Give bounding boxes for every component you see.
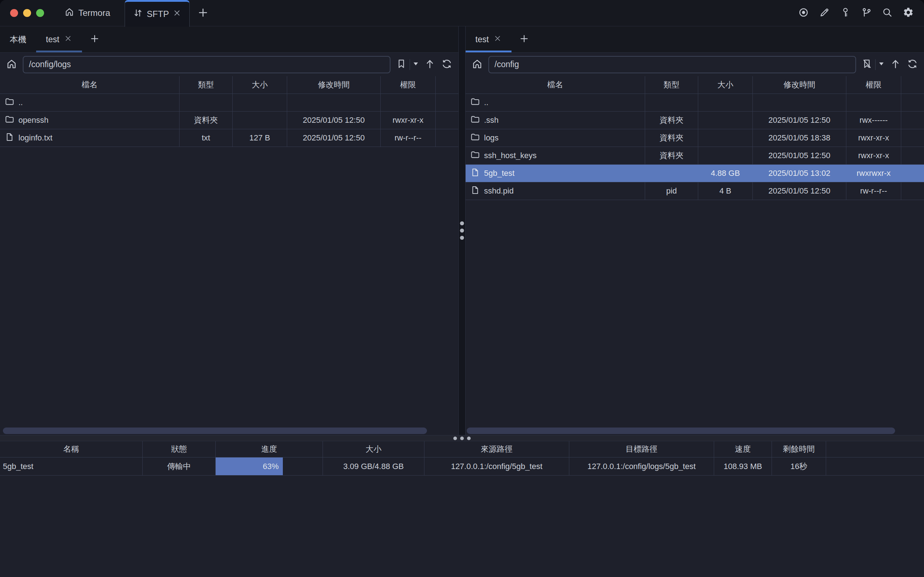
right-pane-tabs: test <box>466 26 924 53</box>
column-header-name[interactable]: 名稱 <box>0 441 143 457</box>
file-permissions: rwxr-xr-x <box>381 111 435 129</box>
right-bookmark-group <box>861 58 884 71</box>
transfer-source: 127.0.0.1:/config/5gb_test <box>424 458 569 475</box>
branch-button[interactable] <box>861 7 872 19</box>
transfer-filler <box>826 458 924 475</box>
column-header-remaining[interactable]: 剩餘時間 <box>772 441 826 457</box>
right-tab-test[interactable]: test <box>466 26 511 52</box>
refresh-icon <box>441 58 453 71</box>
progress-label: 63% <box>263 462 279 471</box>
file-permissions: rw-r--r-- <box>847 182 901 200</box>
table-row[interactable]: openssh 資料夾 2025/01/05 12:50 rwxr-xr-x <box>0 111 458 129</box>
column-header-size[interactable]: 大小 <box>698 76 753 93</box>
right-file-table: 檔名 類型 大小 修改時間 權限 所 .. .ssh <box>466 76 924 200</box>
right-bookmark-button[interactable] <box>861 58 872 71</box>
right-horizontal-scrollbar[interactable] <box>467 427 895 434</box>
file-owner <box>901 164 924 182</box>
left-bookmark-dropdown[interactable] <box>413 62 419 67</box>
file-name: logs <box>484 133 498 143</box>
file-size <box>698 129 753 147</box>
record-icon <box>798 7 809 19</box>
column-header-target-path[interactable]: 目標路徑 <box>569 441 714 457</box>
table-row[interactable]: .. <box>466 94 924 111</box>
left-bookmark-button[interactable] <box>396 58 407 71</box>
file-modified <box>753 94 847 111</box>
column-header-size[interactable]: 大小 <box>233 76 287 93</box>
column-header-source-path[interactable]: 來源路徑 <box>424 441 569 457</box>
column-header-size[interactable]: 大小 <box>323 441 424 457</box>
right-path-input[interactable] <box>489 56 856 73</box>
transfer-panel-splitter[interactable] <box>0 435 924 441</box>
file-name: openssh <box>18 116 48 125</box>
search-button[interactable] <box>882 7 893 19</box>
new-app-tab-button[interactable] <box>197 6 209 20</box>
traffic-light-close[interactable] <box>10 9 18 17</box>
column-header-progress[interactable]: 進度 <box>216 441 323 457</box>
folder-icon <box>5 97 15 109</box>
close-icon[interactable] <box>493 34 502 45</box>
app-tab-sftp[interactable]: SFTP <box>125 0 190 27</box>
file-name: sshd.pid <box>484 186 514 196</box>
column-header-type[interactable]: 類型 <box>645 76 698 93</box>
divider <box>410 59 410 70</box>
file-size <box>233 94 287 111</box>
column-header-name[interactable]: 檔名 <box>0 76 179 93</box>
left-refresh-button[interactable] <box>441 58 453 71</box>
left-pane-tabs: 本機 test <box>0 26 458 53</box>
right-home-button[interactable] <box>471 58 483 71</box>
file-name: .ssh <box>484 116 498 125</box>
column-header-speed[interactable]: 速度 <box>714 441 772 457</box>
column-header-name[interactable]: 檔名 <box>466 76 645 93</box>
left-horizontal-scrollbar[interactable] <box>3 427 427 434</box>
pane-splitter-vertical[interactable] <box>458 26 466 435</box>
file-permissions: rwxrwxr-x <box>847 164 901 182</box>
column-header-permissions[interactable]: 權限 <box>381 76 435 93</box>
file-size <box>233 111 287 129</box>
left-new-tab-button[interactable] <box>82 26 107 52</box>
table-row-selected[interactable]: 5gb_test 4.88 GB 2025/01/05 13:02 rwxrwx… <box>466 164 924 182</box>
file-type: 資料夾 <box>179 111 233 129</box>
record-button[interactable] <box>798 7 809 19</box>
right-refresh-button[interactable] <box>907 58 918 71</box>
traffic-light-minimize[interactable] <box>23 9 31 17</box>
transfer-row[interactable]: 5gb_test 傳輸中 63% 3.09 GB/4.88 GB 127.0.0… <box>0 458 924 475</box>
table-row[interactable]: loginfo.txt txt 127 B 2025/01/05 12:50 r… <box>0 129 458 147</box>
settings-button[interactable] <box>903 7 914 19</box>
active-tab-underline <box>466 50 511 52</box>
left-tab-test[interactable]: test <box>36 26 82 52</box>
app-tab-termora[interactable]: Termora <box>64 7 110 19</box>
file-size: 4 B <box>698 182 753 200</box>
table-row[interactable]: logs 資料夾 2025/01/05 18:38 rwxr-xr-x <box>466 129 924 147</box>
column-header-status[interactable]: 狀態 <box>143 441 216 457</box>
column-header-type[interactable]: 類型 <box>179 76 233 93</box>
column-header-owner[interactable]: 所 <box>901 76 924 93</box>
close-icon[interactable] <box>64 34 72 45</box>
right-new-tab-button[interactable] <box>511 26 537 52</box>
left-tab-local[interactable]: 本機 <box>0 26 36 52</box>
table-row[interactable]: .ssh 資料夾 2025/01/05 12:50 rwx------ <box>466 111 924 129</box>
left-up-directory-button[interactable] <box>424 58 435 71</box>
column-header-modified[interactable]: 修改時間 <box>287 76 381 93</box>
left-path-input[interactable] <box>23 56 390 73</box>
left-tab-local-label: 本機 <box>10 34 26 45</box>
left-file-table: 檔名 類型 大小 修改時間 權限 所 .. openssh <box>0 76 458 147</box>
close-icon[interactable] <box>173 9 181 19</box>
right-up-directory-button[interactable] <box>890 58 901 71</box>
edit-button[interactable] <box>819 7 830 19</box>
table-row[interactable]: ssh_host_keys 資料夾 2025/01/05 12:50 rwxr-… <box>466 147 924 164</box>
transfer-table-header: 名稱 狀態 進度 大小 來源路徑 目標路徑 速度 剩餘時間 <box>0 441 924 458</box>
traffic-light-zoom[interactable] <box>36 9 44 17</box>
file-size <box>698 147 753 164</box>
table-row[interactable]: sshd.pid pid 4 B 2025/01/05 12:50 rw-r--… <box>466 182 924 200</box>
table-row[interactable]: .. <box>0 94 458 111</box>
search-icon <box>882 7 893 19</box>
right-bookmark-dropdown[interactable] <box>879 62 884 67</box>
home-icon <box>471 58 483 71</box>
keys-button[interactable] <box>840 7 851 19</box>
active-tab-underline <box>36 50 82 52</box>
left-home-button[interactable] <box>6 58 17 71</box>
column-header-modified[interactable]: 修改時間 <box>753 76 847 93</box>
column-header-permissions[interactable]: 權限 <box>847 76 901 93</box>
divider <box>875 59 876 70</box>
column-header-owner[interactable]: 所 <box>435 76 458 93</box>
